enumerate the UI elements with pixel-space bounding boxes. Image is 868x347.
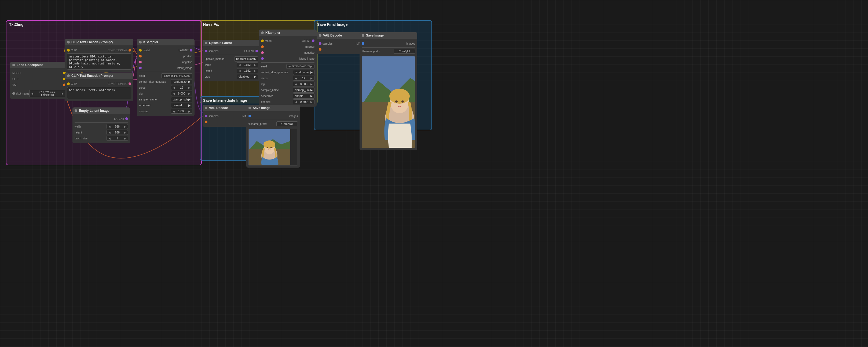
ksampler1-sampler-select[interactable]: dpmpp_sde ▶ bbox=[171, 97, 192, 102]
ksampler1-cfg-arrow-r[interactable]: ▶ bbox=[188, 92, 190, 95]
ksampler1-negative-row: negative bbox=[139, 59, 192, 65]
empty-latent-batch-field[interactable]: ◀ 1 ▶ bbox=[106, 136, 128, 141]
ksampler2-control-select[interactable]: randomize ▶ bbox=[293, 70, 314, 75]
ksampler1-seed-arrow-l[interactable]: ◀ bbox=[163, 75, 165, 77]
ksampler1-model-in[interactable] bbox=[139, 49, 142, 52]
ksampler2-scheduler-row: scheduler simple ▶ bbox=[261, 93, 314, 98]
ksampler1-seed-label: seed bbox=[139, 75, 145, 77]
empty-latent-title: Empty Latent Image bbox=[79, 109, 110, 113]
ksampler2-denoise-arrow-l[interactable]: ◀ bbox=[295, 100, 297, 104]
vae-decode1-samples-label: samples bbox=[209, 115, 218, 118]
upscale-method-select[interactable]: nearest-exact ▶ bbox=[234, 56, 258, 61]
ksampler2-negative-row: negative bbox=[261, 50, 314, 55]
ksampler2-steps-arrow-l[interactable]: ◀ bbox=[295, 77, 297, 80]
upscale-width-row: width ◀ 1152 ▶ bbox=[205, 62, 258, 67]
upscale-width-arrow-l[interactable]: ◀ bbox=[239, 63, 241, 66]
save-image1-images-in[interactable] bbox=[248, 115, 251, 117]
upscale-samples-in[interactable] bbox=[205, 50, 208, 52]
ksampler1-positive-label: positive bbox=[183, 55, 192, 58]
conditioning-negative-port[interactable] bbox=[128, 83, 131, 85]
save-image2-images-in[interactable] bbox=[362, 42, 364, 45]
svg-point-15 bbox=[271, 147, 272, 148]
ksampler2-cfg-field[interactable]: ◀ 8.000 ▶ bbox=[293, 82, 314, 86]
ksampler2-negative-in[interactable] bbox=[261, 51, 264, 54]
ckpt-port bbox=[12, 92, 15, 95]
ksampler1-latent-image-in[interactable] bbox=[139, 67, 142, 69]
positive-prompt-textarea[interactable]: masterpiece HDR victorian portrait paint… bbox=[67, 53, 131, 69]
clip-positive-in-port[interactable] bbox=[67, 49, 70, 52]
save-image2-filename-row: filename_prefix ComfyUI bbox=[362, 49, 415, 54]
ckpt-value-field[interactable]: ◀ v2-1_768-ema-pruned.ckpt ▶ bbox=[29, 90, 66, 97]
ksampler2-scheduler-label: scheduler bbox=[261, 94, 273, 97]
ksampler1-scheduler-select[interactable]: normal ▶ bbox=[171, 103, 192, 108]
ksampler1-denoise-arrow-r[interactable]: ▶ bbox=[188, 110, 190, 113]
upscale-height-arrow-l[interactable]: ◀ bbox=[239, 69, 241, 72]
ksampler1-cfg-arrow-l[interactable]: ◀ bbox=[173, 92, 175, 95]
ksampler1-control-label: control_after_generate bbox=[139, 80, 166, 83]
ckpt-arrow-right[interactable]: ▶ bbox=[62, 92, 64, 95]
ksampler2-latent-image-in[interactable] bbox=[261, 57, 264, 60]
ksampler1-steps-arrow-r[interactable]: ▶ bbox=[188, 86, 190, 89]
conditioning-positive-port[interactable] bbox=[128, 49, 131, 52]
vae-decode2-samples-in[interactable] bbox=[319, 42, 321, 45]
ksampler2-steps-field[interactable]: ◀ 14 ▶ bbox=[293, 76, 314, 81]
ksampler2-sampler-label: sampler_name bbox=[261, 89, 279, 92]
ksampler1-latent-label: LATENT bbox=[179, 49, 189, 52]
save-image2-preview bbox=[362, 56, 415, 148]
save-image1-filename-field[interactable]: ComfyUI bbox=[276, 121, 298, 126]
empty-latent-batch-arrow-l[interactable]: ◀ bbox=[108, 137, 111, 140]
ksampler1-steps-arrow-l[interactable]: ◀ bbox=[173, 86, 175, 89]
upscale-height-field[interactable]: ◀ 1152 ▶ bbox=[237, 68, 258, 73]
upscale-width-field[interactable]: ◀ 1152 ▶ bbox=[237, 62, 258, 67]
ksampler1-cfg-field[interactable]: ◀ 8.000 ▶ bbox=[171, 91, 192, 96]
ksampler1-denoise-field[interactable]: ◀ 1.000 ▶ bbox=[171, 109, 192, 114]
ksampler1-positive-in[interactable] bbox=[139, 55, 142, 57]
ksampler2-cfg-arrow-l[interactable]: ◀ bbox=[295, 83, 297, 86]
ksampler2-seed-arrow-l[interactable]: ◀ bbox=[288, 65, 290, 68]
ksampler2-latent-out[interactable] bbox=[312, 39, 314, 42]
ckpt-arrow-left[interactable]: ◀ bbox=[31, 92, 33, 95]
ksampler2-scheduler-select[interactable]: simple ▶ bbox=[293, 93, 314, 98]
upscale-height-arrow-r[interactable]: ▶ bbox=[254, 69, 256, 72]
empty-latent-out-port[interactable] bbox=[125, 117, 128, 120]
ksampler2-cfg-arrow-r[interactable]: ▶ bbox=[310, 83, 313, 86]
ksampler2-steps-arrow-r[interactable]: ▶ bbox=[310, 77, 313, 80]
vae-decode1-vae-in[interactable] bbox=[205, 121, 208, 123]
ksampler1-negative-in[interactable] bbox=[139, 61, 142, 63]
load-checkpoint-vae-row: VAE bbox=[12, 82, 66, 88]
upscale-latent-out-port[interactable] bbox=[255, 50, 258, 52]
ksampler2-denoise-arrow-r[interactable]: ▶ bbox=[310, 100, 313, 104]
empty-latent-height-arrow-r[interactable]: ▶ bbox=[124, 131, 126, 134]
ksampler1-seed-field[interactable]: ◀ 89848141647836 ▶ bbox=[161, 73, 192, 78]
ksampler2-seed-arrow-r[interactable]: ▶ bbox=[310, 65, 313, 68]
empty-latent-width-arrow-r[interactable]: ▶ bbox=[124, 125, 126, 128]
ksampler2-denoise-field[interactable]: ◀ 0.500 ▶ bbox=[293, 99, 314, 104]
empty-latent-height-field[interactable]: ◀ 768 ▶ bbox=[106, 130, 128, 135]
upscale-width-arrow-r[interactable]: ▶ bbox=[254, 63, 256, 66]
ksampler1-steps-field[interactable]: ◀ 12 ▶ bbox=[171, 85, 192, 90]
group-save-intermediate-label: Save Intermediate Image bbox=[203, 98, 247, 103]
save-image2-body: images filename_prefix ComfyUI bbox=[360, 39, 417, 56]
empty-latent-width-arrow-l[interactable]: ◀ bbox=[108, 125, 111, 128]
empty-latent-width-row: width ◀ 768 ▶ bbox=[74, 124, 128, 129]
vae-decode1-samples-in[interactable] bbox=[205, 115, 208, 117]
save-image2-filename-field[interactable]: ComfyUI bbox=[394, 49, 415, 54]
vae-decode1-title: VAE Decode bbox=[209, 106, 228, 110]
save-image1-preview bbox=[248, 128, 298, 166]
ksampler2-control-label: control_after_generate bbox=[261, 71, 288, 74]
ksampler1-denoise-arrow-l[interactable]: ◀ bbox=[173, 110, 175, 113]
empty-latent-batch-arrow-r[interactable]: ▶ bbox=[124, 137, 126, 140]
negative-prompt-textarea[interactable]: bad hands, text, watermark bbox=[67, 87, 131, 99]
ksampler2-model-in[interactable] bbox=[261, 39, 264, 42]
ksampler2-seed-field[interactable]: ◀ 469771404043268 ▶ bbox=[286, 64, 314, 69]
ksampler2-sampler-select[interactable]: dpmpp_2m ▶ bbox=[293, 88, 314, 93]
ksampler1-seed-arrow-r[interactable]: ▶ bbox=[188, 75, 190, 77]
empty-latent-height-arrow-l[interactable]: ◀ bbox=[108, 131, 111, 134]
upscale-crop-select[interactable]: disabled ▶ bbox=[237, 74, 258, 79]
ksampler1-control-select[interactable]: randomize ▶ bbox=[171, 79, 192, 84]
ksampler1-latent-out[interactable] bbox=[190, 49, 192, 52]
vae-decode2-vae-in[interactable] bbox=[319, 48, 321, 51]
ksampler2-positive-in[interactable] bbox=[261, 46, 264, 48]
clip-negative-in-port[interactable] bbox=[67, 83, 70, 85]
empty-latent-width-field[interactable]: ◀ 768 ▶ bbox=[106, 124, 128, 129]
